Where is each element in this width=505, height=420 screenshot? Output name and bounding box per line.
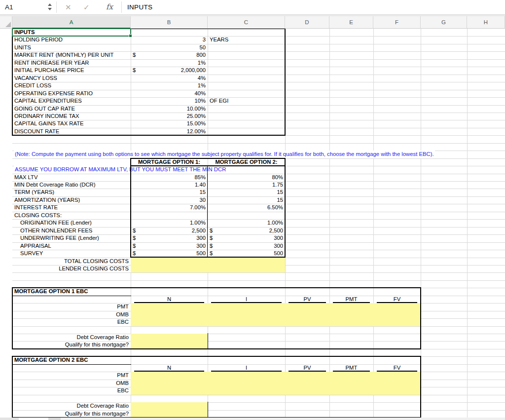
- cell-B11[interactable]: 10.00%: [133, 105, 206, 113]
- cell-C29[interactable]: $300: [210, 242, 283, 250]
- cell-C36[interactable]: I: [210, 296, 283, 303]
- cell-C27[interactable]: $2,500: [210, 227, 283, 234]
- cell-C21[interactable]: 1.75: [210, 181, 283, 189]
- select-all-corner[interactable]: [0, 16, 12, 29]
- cell-B28[interactable]: $300: [133, 234, 206, 242]
- column-header-G[interactable]: G: [421, 16, 467, 29]
- cell-E45[interactable]: PMT: [331, 364, 371, 372]
- cell-A2[interactable]: HOLDING PERIOD: [14, 36, 129, 43]
- cell-A14[interactable]: DISCOUNT RATE: [14, 128, 129, 135]
- cell-A24[interactable]: INTEREST RATE: [14, 204, 129, 211]
- name-box[interactable]: A1: [0, 0, 50, 14]
- cell-B23[interactable]: 30: [133, 196, 206, 204]
- cell-C18[interactable]: MORTGAGE OPTION 2:: [210, 158, 283, 166]
- cell-A42[interactable]: Qualify for this mortgage?: [14, 341, 129, 348]
- cell-A21[interactable]: MIN Debt Coverage Ratio (DCR): [14, 181, 129, 189]
- cell-A50[interactable]: Debt Coverage Ratio: [14, 402, 129, 410]
- cell-D36[interactable]: PV: [287, 296, 327, 303]
- column-header-D[interactable]: D: [285, 16, 329, 29]
- enter-icon[interactable]: ✓: [83, 0, 90, 14]
- cell-B3[interactable]: 50: [133, 44, 206, 51]
- cell-A3[interactable]: UNITS: [14, 44, 129, 51]
- cell-C30[interactable]: $500: [210, 250, 283, 257]
- cell-A44[interactable]: MORTGAGE OPTION 2 EBC: [14, 356, 129, 364]
- column-header-B[interactable]: B: [131, 16, 208, 29]
- cell-E36[interactable]: PMT: [331, 296, 371, 303]
- cell-A22[interactable]: TERM (YEARS): [14, 189, 129, 196]
- cell-B7[interactable]: 4%: [133, 75, 206, 82]
- cell-A10[interactable]: CAPITAL EXPENDITURES: [14, 97, 129, 105]
- column-header-H[interactable]: H: [467, 16, 505, 29]
- cell-A13[interactable]: CAPITAL GAINS TAX RATE: [14, 120, 129, 127]
- cell-B30[interactable]: $500: [133, 250, 206, 257]
- sheet-tab-segment[interactable]: [48, 418, 61, 420]
- cell-F45[interactable]: FV: [375, 364, 419, 372]
- cell-A31[interactable]: TOTAL CLOSING COSTS: [14, 258, 129, 265]
- cell-B12[interactable]: 25.00%: [133, 113, 206, 120]
- cell-B36[interactable]: N: [133, 296, 206, 303]
- cell-B8[interactable]: 1%: [133, 82, 206, 89]
- cell-A17[interactable]: (Note: Compute the payment using both op…: [14, 151, 435, 158]
- cell-A27[interactable]: OTHER NONLENDER FEES: [14, 227, 135, 234]
- sheet-tab-segment[interactable]: [61, 418, 505, 420]
- cell-A20[interactable]: MAX LTV: [14, 174, 129, 181]
- cell-C20[interactable]: 80%: [210, 174, 283, 181]
- cell-A30[interactable]: SURVEY: [14, 250, 135, 257]
- spinner-down-icon[interactable]: [48, 8, 52, 10]
- cell-A12[interactable]: ORDINARY INCOME TAX: [14, 113, 129, 120]
- cell-A37[interactable]: PMT: [14, 303, 129, 310]
- cell-A6[interactable]: INITIAL PURCHASE PRICE: [14, 67, 129, 74]
- cell-B21[interactable]: 1.40: [133, 181, 206, 189]
- cell-B18[interactable]: MORTGAGE OPTION 1:: [133, 158, 206, 166]
- cell-A5[interactable]: RENT INCREASE PER YEAR: [14, 59, 129, 67]
- cell-C10[interactable]: OF EGI: [210, 97, 283, 105]
- cell-A51[interactable]: Qualify for this mortgage?: [14, 410, 129, 418]
- cell-B9[interactable]: 40%: [133, 90, 206, 97]
- cell-A32[interactable]: LENDER CLOSING COSTS: [14, 265, 129, 272]
- sheet-tab-strip[interactable]: [0, 418, 505, 420]
- cell-A35[interactable]: MORTGAGE OPTION 1 EBC: [14, 288, 129, 295]
- cell-D45[interactable]: PV: [287, 364, 327, 372]
- cell-A47[interactable]: OMB: [14, 380, 129, 387]
- column-header-C[interactable]: C: [208, 16, 285, 29]
- cell-A7[interactable]: VACANCY LOSS: [14, 75, 129, 82]
- cell-A11[interactable]: GOING OUT CAP RATE: [14, 105, 129, 113]
- cell-A19[interactable]: ASSUME YOU BORROW AT MAXIMUM LTV, BUT YO…: [14, 166, 227, 173]
- cell-B5[interactable]: 1%: [133, 59, 206, 67]
- cell-C22[interactable]: 15: [210, 189, 283, 196]
- name-box-spinner[interactable]: [48, 3, 52, 10]
- sheet-tab-segment[interactable]: [0, 418, 19, 420]
- cell-B10[interactable]: 10%: [133, 97, 206, 105]
- cell-A9[interactable]: OPERATING EXPENSE RATIO: [14, 90, 129, 97]
- column-header-E[interactable]: E: [329, 16, 373, 29]
- cell-B29[interactable]: $300: [133, 242, 206, 250]
- cell-A1[interactable]: INPUTS: [14, 29, 129, 36]
- cell-A4[interactable]: MARKET RENT (MONTHLY) PER UNIT: [14, 51, 129, 59]
- cancel-icon[interactable]: ✕: [65, 0, 72, 14]
- cell-B6[interactable]: $2,000,000: [133, 67, 206, 74]
- cell-A29[interactable]: APPRAISAL: [14, 242, 135, 250]
- cell-B24[interactable]: 7.00%: [133, 204, 206, 211]
- cell-A41[interactable]: Debt Coverage Ratio: [14, 334, 129, 341]
- cell-C23[interactable]: 15: [210, 196, 283, 204]
- cell-B13[interactable]: 15.00%: [133, 120, 206, 127]
- cell-B45[interactable]: N: [133, 364, 206, 372]
- sheet-tab-segment[interactable]: [19, 418, 48, 420]
- cell-A46[interactable]: PMT: [14, 372, 129, 379]
- cell-B4[interactable]: $800: [133, 51, 206, 59]
- cell-B20[interactable]: 85%: [133, 174, 206, 181]
- cell-C24[interactable]: 6.50%: [210, 204, 283, 211]
- spinner-up-icon[interactable]: [48, 3, 52, 6]
- column-header-A[interactable]: A: [12, 16, 131, 29]
- cell-A25[interactable]: CLOSING COSTS:: [14, 212, 129, 219]
- cell-A48[interactable]: EBC: [14, 387, 129, 394]
- cell-A28[interactable]: UNDERWRITING FEE (Lender): [14, 234, 135, 242]
- cell-F36[interactable]: FV: [375, 296, 419, 303]
- cell-A26[interactable]: ORIGINATION FEE (Lender): [14, 219, 135, 227]
- insert-function-icon[interactable]: fx: [106, 0, 113, 14]
- cell-C2[interactable]: YEARS: [210, 36, 283, 43]
- formula-input[interactable]: INPUTS: [127, 0, 152, 14]
- cell-C45[interactable]: I: [210, 364, 283, 372]
- cell-B26[interactable]: 1.00%: [133, 219, 206, 227]
- column-header-F[interactable]: F: [373, 16, 421, 29]
